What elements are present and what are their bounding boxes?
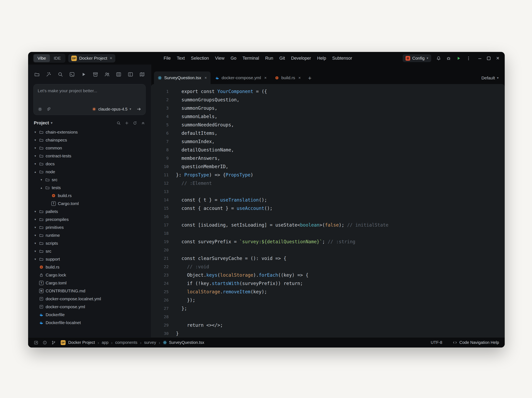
- magic-wand-icon[interactable]: [46, 72, 51, 77]
- project-tab[interactable]: DP Docker Project ×: [68, 54, 115, 62]
- code-line-24[interactable]: 24 if (!key.startsWith(surveyPrefix)) re…: [151, 279, 505, 288]
- code-line-23[interactable]: 23 Object.keys(localStorage).forEach((ke…: [151, 271, 505, 279]
- archive-icon[interactable]: [93, 72, 98, 77]
- breadcrumb-app[interactable]: app: [102, 340, 108, 345]
- layout-icon[interactable]: [128, 72, 133, 77]
- code-line-17[interactable]: 17 const [isLoading, setIsLoading] = use…: [151, 221, 505, 229]
- search-icon[interactable]: [58, 72, 63, 77]
- play-icon[interactable]: [81, 72, 86, 77]
- paperclip-icon[interactable]: [46, 107, 51, 112]
- code-line-7[interactable]: 7 summonIndex,: [151, 137, 505, 146]
- minimize-button[interactable]: –: [478, 56, 481, 61]
- tree-file-Cargo.toml[interactable]: TCargo.toml: [28, 199, 151, 207]
- tree-folder-scripts[interactable]: ▾scripts: [28, 239, 151, 247]
- code-line-26[interactable]: 26 });: [151, 296, 505, 304]
- breadcrumb-components[interactable]: components: [115, 340, 138, 345]
- code-navigation-help[interactable]: Code Navigation Help: [453, 340, 499, 345]
- close-button[interactable]: ×: [496, 56, 500, 61]
- bell-icon[interactable]: [436, 56, 441, 61]
- collapse-icon[interactable]: [141, 121, 145, 125]
- code-line-14[interactable]: 14 const { t } = useTranslation();: [151, 196, 505, 204]
- tree-folder-primitives[interactable]: ▾primitives: [28, 223, 151, 231]
- code-line-20[interactable]: 20: [151, 246, 505, 254]
- send-button[interactable]: [136, 107, 141, 112]
- tree-folder-docs[interactable]: ▾docs: [28, 160, 151, 168]
- tree-folder-support[interactable]: ▾support: [28, 255, 151, 263]
- menu-item-terminal[interactable]: Terminal: [240, 54, 262, 62]
- tree-folder-runtime[interactable]: ▾runtime: [28, 231, 151, 239]
- code-line-10[interactable]: 10 questionMemberID,: [151, 162, 505, 171]
- code-line-22[interactable]: 22 // :void: [151, 263, 505, 271]
- tree-folder-src[interactable]: ▾src: [28, 247, 151, 255]
- users-icon[interactable]: [104, 72, 110, 77]
- menu-item-git[interactable]: Git: [276, 54, 288, 62]
- code-line-13[interactable]: 13: [151, 187, 505, 196]
- menu-item-text[interactable]: Text: [174, 54, 188, 62]
- tree-file-build.rs[interactable]: build.rs: [28, 263, 151, 271]
- tree-file-Cargo.toml[interactable]: TCargo.toml: [28, 279, 151, 287]
- tab-close-icon[interactable]: ×: [298, 76, 301, 80]
- tree-folder-tests[interactable]: ▴tests: [28, 184, 151, 192]
- menu-item-developer[interactable]: Developer: [288, 54, 314, 62]
- code-line-15[interactable]: 15 const { account } = useAccount();: [151, 204, 505, 212]
- code-line-21[interactable]: 21 const clearSurveyCache = (): void => …: [151, 254, 505, 263]
- code-line-25[interactable]: 25 localStorage.removeItem(key);: [151, 288, 505, 296]
- mode-tab-vibe[interactable]: Vibe: [34, 54, 50, 62]
- code-line-11[interactable]: 11}: PropsType) => {PropsType): [151, 171, 505, 179]
- columns-icon[interactable]: [116, 72, 121, 77]
- files-icon[interactable]: [34, 72, 40, 77]
- close-icon[interactable]: ×: [110, 56, 112, 61]
- ai-prompt-card[interactable]: Let's make your project better... claude…: [33, 84, 146, 115]
- code-line-18[interactable]: 18: [151, 229, 505, 238]
- info-icon[interactable]: [43, 340, 47, 345]
- tree-file-Dockerfile[interactable]: Dockerfile: [28, 311, 151, 319]
- menu-item-run[interactable]: Run: [262, 54, 276, 62]
- gear-icon[interactable]: [38, 107, 42, 112]
- tree-folder-node[interactable]: ▴node: [28, 168, 151, 176]
- menu-item-subtensor[interactable]: Subtensor: [329, 54, 355, 62]
- model-selector[interactable]: claude-opus-4.5 ▾: [92, 107, 131, 112]
- tree-folder-src[interactable]: ▾src: [28, 176, 151, 184]
- code-line-6[interactable]: 6 defaultItems,: [151, 129, 505, 137]
- code-line-30[interactable]: 30}: [151, 330, 505, 337]
- code-line-16[interactable]: 16: [151, 212, 505, 221]
- tree-folder-pallets[interactable]: ▾pallets: [28, 207, 151, 215]
- code-line-28[interactable]: 28: [151, 313, 505, 321]
- layout-selector[interactable]: Default ▾: [481, 75, 499, 81]
- tree-folder-chainspecs[interactable]: ▾chainspecs: [28, 136, 151, 144]
- tree-file-docker-compose.localnet.yml[interactable]: docker-compose.localnet.yml: [28, 295, 151, 303]
- config-button[interactable]: Config ▾: [403, 54, 431, 62]
- map-icon[interactable]: [139, 72, 145, 77]
- tab-close-icon[interactable]: ×: [204, 76, 207, 80]
- branch-icon[interactable]: [51, 340, 56, 345]
- code-line-5[interactable]: 5 summonNeededGroups,: [151, 121, 505, 129]
- refresh-icon[interactable]: [133, 121, 137, 125]
- tab-close-icon[interactable]: ×: [264, 76, 267, 80]
- code-line-27[interactable]: 27 };: [151, 304, 505, 313]
- project-section-toggle[interactable]: Project ▾: [34, 120, 52, 126]
- tree-folder-precompiles[interactable]: ▾precompiles: [28, 215, 151, 223]
- tree-folder-common[interactable]: ▾common: [28, 144, 151, 152]
- menu-item-selection[interactable]: Selection: [188, 54, 212, 62]
- menu-item-go[interactable]: Go: [228, 54, 240, 62]
- terminal-icon[interactable]: [69, 72, 75, 77]
- kebab-icon[interactable]: [466, 56, 471, 61]
- editor-tab-docker-compose.yml[interactable]: docker-compose.yml×: [211, 71, 270, 84]
- tree-folder-contract-tests[interactable]: ▾contract-tests: [28, 152, 151, 160]
- menu-item-view[interactable]: View: [212, 54, 228, 62]
- editor-tab-build.rs[interactable]: build.rs×: [271, 71, 304, 84]
- mode-tab-ide[interactable]: IDE: [50, 54, 65, 62]
- tree-folder-chain-extensions[interactable]: ▾chain-extensions: [28, 128, 151, 136]
- code-line-1[interactable]: 1 export const YourComponent = ({: [151, 87, 505, 96]
- tree-file-Dockerfile-localnet[interactable]: Dockerfile-localnet: [28, 319, 151, 327]
- code-line-8[interactable]: 8 detailQuestionName,: [151, 146, 505, 154]
- breadcrumb-file[interactable]: SurveyQuestion.tsx: [163, 340, 204, 345]
- tree-file-docker-compose.yml[interactable]: docker-compose.yml: [28, 303, 151, 311]
- panel-icon[interactable]: [34, 340, 38, 345]
- code-line-19[interactable]: 19 const surveyPrefix = `survey:${detail…: [151, 238, 505, 246]
- plus-icon[interactable]: [125, 121, 129, 125]
- run-icon[interactable]: [456, 56, 461, 61]
- editor-tab-SurveyQuestion.tsx[interactable]: SurveyQuestion.tsx×: [154, 71, 211, 84]
- new-tab-button[interactable]: +: [308, 75, 312, 81]
- tree-file-build.rs[interactable]: build.rs: [28, 192, 151, 199]
